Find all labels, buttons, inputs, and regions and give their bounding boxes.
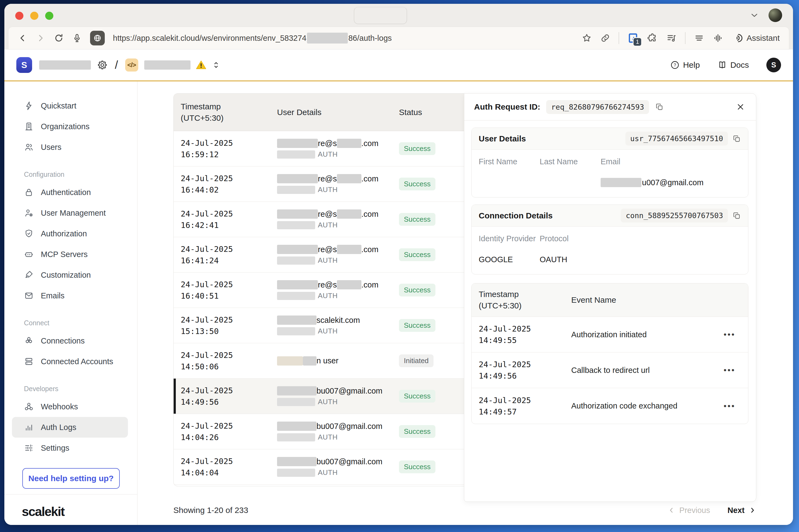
close-window-button[interactable] xyxy=(15,12,23,20)
log-timestamp: 24-Jul-202516:42:41 xyxy=(181,208,277,231)
sidebar-item-label: Connected Accounts xyxy=(41,357,113,366)
event-row[interactable]: 24-Jul-202514:49:55Authorization initiat… xyxy=(471,317,748,353)
extensions-puzzle-icon[interactable] xyxy=(647,33,658,43)
breadcrumb-separator: / xyxy=(115,58,118,72)
redacted-text xyxy=(277,327,315,335)
cubes-icon xyxy=(24,336,34,346)
log-user-details: re@s.comAUTH xyxy=(277,139,399,158)
event-row[interactable]: 24-Jul-202514:49:57Authorization code ex… xyxy=(471,388,748,424)
log-table-row[interactable]: 24-Jul-202516:44:02re@s.comAUTHSuccess xyxy=(174,167,464,202)
user-field-first-name: First Name xyxy=(479,157,540,188)
zoom-window-button[interactable] xyxy=(45,12,53,20)
log-table-row[interactable]: 24-Jul-202514:04:26bu007@gmail.comAUTHSu… xyxy=(174,414,464,449)
redacted-text xyxy=(277,186,315,194)
sidebar-item-authorization[interactable]: Authorization xyxy=(4,223,137,244)
url-bar[interactable]: https://app.scalekit.cloud/ws/environmen… xyxy=(113,33,392,43)
sidebar-item-connected-accounts[interactable]: Connected Accounts xyxy=(4,351,137,372)
log-table-row[interactable]: 24-Jul-202516:41:24re@s.comAUTHSuccess xyxy=(174,237,464,272)
sidebar-item-quickstart[interactable]: Quickstart xyxy=(4,95,137,116)
status-badge: Success xyxy=(399,177,435,190)
extension-badge: 1 xyxy=(633,37,642,46)
main-content: Timestamp (UTC+5:30) User Details Status… xyxy=(137,81,793,525)
assistant-button[interactable]: Assistant xyxy=(732,33,780,43)
environment-warning-icon[interactable] xyxy=(196,59,207,71)
log-table-row[interactable]: 24-Jul-202514:50:06n userInitiated xyxy=(174,343,464,379)
copy-user-id-icon[interactable] xyxy=(732,134,741,143)
help-button[interactable]: ? Help xyxy=(670,60,700,70)
reload-icon[interactable] xyxy=(54,33,64,43)
sidebar-item-label: Authentication xyxy=(41,188,91,197)
connection-field-protocol: ProtocolOAUTH xyxy=(540,234,601,265)
tab-ghost xyxy=(354,7,407,24)
copy-request-id-icon[interactable] xyxy=(655,102,664,111)
log-table-row[interactable]: 24-Jul-202516:42:41re@s.comAUTHSuccess xyxy=(174,202,464,237)
event-menu-ellipsis-icon[interactable]: ••• xyxy=(724,330,748,339)
sidebar-item-auth-logs[interactable]: Auth Logs xyxy=(12,417,128,438)
docs-button[interactable]: Docs xyxy=(717,60,749,70)
site-info-globe-icon[interactable] xyxy=(90,31,105,45)
svg-text:?: ? xyxy=(674,63,676,68)
sidebar-item-label: Users xyxy=(41,143,61,152)
mic-icon[interactable] xyxy=(72,33,82,43)
sidebar-item-customization[interactable]: Customization xyxy=(4,265,137,285)
sidebar-item-mcp-servers[interactable]: MCP Servers xyxy=(4,244,137,265)
sidebar-item-authentication[interactable]: Authentication xyxy=(4,182,137,203)
sidebar-item-label: Customization xyxy=(41,271,91,280)
log-table-row[interactable]: 24-Jul-202516:40:51re@s.comAUTHSuccess xyxy=(174,272,464,308)
log-table-row[interactable]: 24-Jul-202514:49:56bu007@gmail.comAUTHSu… xyxy=(174,379,464,414)
profile-avatar[interactable] xyxy=(768,8,782,22)
log-user-details: bu007@gmail.comAUTH xyxy=(277,422,399,441)
user-avatar[interactable]: S xyxy=(766,58,781,72)
copy-connection-id-icon[interactable] xyxy=(732,211,741,220)
workspace-settings-gear-icon[interactable] xyxy=(97,60,108,71)
sidebar-item-organizations[interactable]: Organizations xyxy=(4,116,137,137)
sidebar-item-settings[interactable]: Settings xyxy=(4,438,137,458)
close-panel-icon[interactable] xyxy=(736,102,745,112)
redacted-text xyxy=(277,386,316,396)
event-row[interactable]: 24-Jul-202514:49:56Callback to redirect … xyxy=(471,353,748,388)
connection-field-identity-provider: Identity ProviderGOOGLE xyxy=(479,234,540,265)
log-timestamp: 24-Jul-202516:41:24 xyxy=(181,243,277,266)
environment-code-icon[interactable]: </> xyxy=(125,58,138,72)
event-timestamp: 24-Jul-202514:49:56 xyxy=(479,359,571,382)
back-icon[interactable] xyxy=(18,33,27,43)
minimize-window-button[interactable] xyxy=(30,12,38,20)
reading-list-icon[interactable] xyxy=(694,33,705,43)
playlist-media-icon[interactable] xyxy=(666,33,677,43)
log-user-details: re@s.comAUTH xyxy=(277,245,399,265)
webhook-icon xyxy=(24,402,34,412)
chevron-down-icon[interactable] xyxy=(749,10,759,20)
copy-link-icon[interactable] xyxy=(600,33,610,43)
pinned-extension-icon[interactable]: 1 xyxy=(627,32,639,44)
sidebar-item-emails[interactable]: Emails xyxy=(4,285,137,306)
redacted-text xyxy=(337,174,361,183)
next-page-button[interactable]: Next xyxy=(727,506,757,515)
redacted-text xyxy=(277,356,303,365)
need-help-button[interactable]: Need help setting up? xyxy=(22,468,120,489)
auth-logs-table: Timestamp (UTC+5:30) User Details Status… xyxy=(173,93,464,486)
sidebar-item-label: MCP Servers xyxy=(41,250,88,259)
event-menu-ellipsis-icon[interactable]: ••• xyxy=(724,401,748,411)
sidebar-item-users[interactable]: Users xyxy=(4,137,137,157)
sidebar-item-connections[interactable]: Connections xyxy=(4,330,137,351)
workspace-logo[interactable]: S xyxy=(16,57,32,73)
user-gear-icon xyxy=(24,208,34,218)
event-name: Authorization code exchanged xyxy=(571,401,724,411)
sidebar-item-user-management[interactable]: User Management xyxy=(4,203,137,223)
toolbar-divider xyxy=(618,32,619,44)
log-table-row[interactable]: 24-Jul-202516:59:12re@s.comAUTHSuccess xyxy=(174,131,464,167)
event-menu-ellipsis-icon[interactable]: ••• xyxy=(724,365,748,375)
log-table-row[interactable]: 24-Jul-202514:04:04bu007@gmail.comAUTHSu… xyxy=(174,449,464,485)
bookmark-star-icon[interactable] xyxy=(581,33,592,43)
sidebar-item-webhooks[interactable]: Webhooks xyxy=(4,396,137,417)
waveform-icon[interactable] xyxy=(713,33,724,43)
robot-icon xyxy=(24,249,34,259)
log-table-row[interactable]: 24-Jul-202515:13:50scalekit.comAUTHSucce… xyxy=(174,308,464,343)
lock-icon xyxy=(24,187,34,197)
environment-switcher-icon[interactable] xyxy=(211,60,221,70)
previous-page-button[interactable]: Previous xyxy=(667,506,710,515)
user-field-email: Emailu007@gmail.com xyxy=(601,157,741,188)
forward-icon[interactable] xyxy=(36,33,45,43)
col-timestamp-tz: (UTC+5:30) xyxy=(181,112,277,124)
redacted-text xyxy=(601,178,642,187)
